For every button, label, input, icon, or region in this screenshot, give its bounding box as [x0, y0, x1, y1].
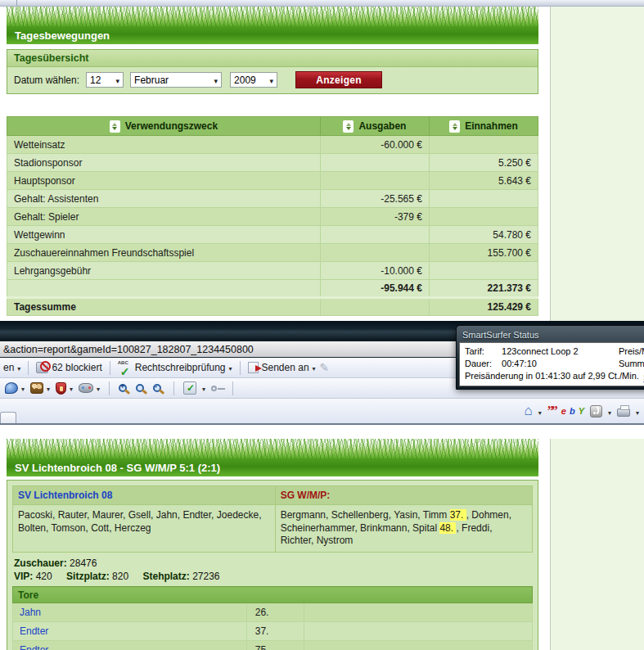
goal-row: Endter 75. — [13, 641, 533, 650]
day-sum-value: 125.429 € — [429, 298, 538, 316]
quotes-icon — [547, 404, 556, 418]
dropdown-arrow-icon — [538, 404, 542, 418]
safety-check-button[interactable] — [183, 381, 196, 395]
match-panel: SV Lichtenbroich 08 SG W/M/P: Pacoski, R… — [7, 480, 538, 650]
safety-dropdown[interactable] — [202, 382, 205, 394]
messenger-icon — [5, 382, 18, 394]
page-sidebar-lower — [550, 439, 644, 650]
print-button[interactable] — [617, 405, 630, 417]
tab-fragment[interactable] — [0, 412, 16, 423]
table-row: Wettgewinn 54.780 € — [7, 226, 538, 244]
sum-column-header: Summe — [619, 358, 644, 370]
dropdown-arrow-icon — [17, 362, 20, 373]
chevron-down-icon — [265, 74, 274, 86]
spellcheck-icon: ABC — [118, 361, 132, 375]
dropdown-arrow-icon — [47, 382, 50, 394]
send-to-button[interactable]: Senden an — [248, 362, 316, 373]
spellcheck-button[interactable]: ABCRechtschreibprüfung — [118, 361, 232, 375]
quill-button[interactable] — [320, 361, 330, 374]
chevron-down-icon — [111, 74, 120, 86]
dropdown-arrow-icon — [97, 382, 100, 394]
popup-body: Tarif: 123connect Loop 2 Preis/M Dauer: … — [459, 342, 644, 386]
match-title: SV Lichtenbroich 08 - SG W/M/P 5:1 (2:1) — [7, 458, 538, 476]
goal-scorer-link[interactable]: Endter — [13, 622, 247, 641]
column-header-expenses[interactable]: Ausgaben — [320, 117, 429, 136]
rss-dropdown[interactable] — [608, 404, 611, 418]
home-team-name: SV Lichtenbroich 08 — [13, 486, 276, 505]
messenger-button[interactable] — [5, 382, 25, 394]
table-row: Gehalt: Assistenten -25.565 € — [7, 190, 538, 208]
goal-minute: 75. — [246, 641, 304, 650]
zoom-in-button[interactable]: + — [119, 384, 130, 392]
ebay-button[interactable]: ebY — [561, 406, 584, 416]
home-button[interactable] — [524, 403, 532, 419]
dropdown-arrow-icon — [636, 404, 639, 418]
popup-blocker-icon — [36, 362, 48, 373]
day-sum-row: Tagessumme 125.429 € — [7, 298, 538, 316]
sub-minute-highlight: 48. — [439, 522, 456, 534]
roster-table: SV Lichtenbroich 08 SG W/M/P: Pacoski, R… — [12, 485, 533, 553]
safety-check-icon — [183, 381, 196, 395]
sort-icon[interactable] — [449, 120, 460, 133]
command-bar: ebY — [0, 399, 644, 425]
toolbar-separator — [110, 361, 110, 375]
seat-label: Sitzplatz: — [66, 571, 110, 582]
print-icon — [617, 409, 630, 417]
table-row: Stadionsponsor 5.250 € — [7, 154, 538, 172]
column-header-purpose[interactable]: Verwendungszweck — [7, 117, 321, 136]
away-roster: Bergmann, Schellenberg, Yasin, Timm 37. … — [275, 505, 532, 553]
zoom-select-button[interactable] — [136, 384, 147, 392]
standing-value: 27236 — [192, 571, 219, 582]
security-button[interactable] — [56, 382, 73, 395]
table-row: Wetteinsatz -60.000 € — [7, 136, 538, 154]
year-select[interactable]: 2009 — [230, 72, 277, 88]
contacts-icon — [30, 382, 43, 394]
dropdown-arrow-icon — [608, 404, 611, 418]
zoom-out-button[interactable]: - — [153, 384, 164, 392]
sort-icon[interactable] — [343, 120, 354, 133]
dropdown-arrow-icon — [313, 362, 316, 373]
popup-title: SmartSurfer Status — [459, 327, 644, 342]
dropdown-arrow-icon — [202, 382, 205, 394]
browser-tab-strip-fragment — [0, 0, 644, 7]
quotes-button[interactable] — [547, 404, 556, 418]
zoom-out-icon: - — [153, 384, 161, 392]
totals-row: -95.944 € 221.373 € — [7, 280, 538, 298]
home-dropdown[interactable] — [538, 404, 542, 418]
key-icon — [211, 386, 217, 391]
tarif-value: 123connect Loop 2 — [502, 346, 579, 356]
duration-value: 00:47:10 — [502, 359, 537, 368]
grass-banner-top — [7, 7, 538, 26]
sort-icon[interactable] — [110, 120, 120, 133]
tarif-label: Tarif: — [465, 345, 499, 358]
rss-button[interactable] — [590, 405, 602, 418]
goal-scorer-link[interactable]: Jahn — [13, 603, 247, 622]
popup-blocker-button[interactable]: 62 blockiert — [36, 362, 101, 373]
column-header-income[interactable]: Einnahmen — [429, 117, 538, 136]
contacts-button[interactable] — [30, 382, 50, 394]
toolbar-separator — [232, 381, 233, 395]
page-sidebar-upper — [550, 7, 644, 321]
print-dropdown[interactable] — [636, 404, 639, 418]
table-row: Zuschauereinnahmen Freundschaftsspiel 15… — [7, 244, 538, 262]
dropdown-arrow-icon — [228, 362, 232, 373]
send-to-icon — [248, 362, 259, 373]
vip-value: 420 — [36, 571, 52, 582]
games-button[interactable] — [79, 382, 100, 394]
total-income: 221.373 € — [429, 280, 538, 298]
goal-scorer-link[interactable]: Endter — [13, 641, 247, 650]
date-overview-panel: Tagesübersicht Datum wählen: 12 Februar … — [7, 49, 538, 94]
day-select[interactable]: 12 — [86, 72, 124, 88]
vip-label: VIP: — [14, 571, 33, 582]
rss-icon — [590, 405, 602, 418]
goal-row: Endter 37. — [13, 622, 533, 641]
duration-label: Dauer: — [465, 358, 499, 370]
key-button[interactable] — [211, 386, 223, 391]
daily-finance-table: Verwendungszweck Ausgaben Einnahmen Wett… — [7, 116, 538, 316]
truncated-menu-item[interactable]: en — [3, 362, 20, 373]
home-roster: Pacoski, Rauter, Maurer, Gsell, Jahn, En… — [13, 505, 276, 553]
attendance-label: Zuschauer: — [14, 557, 67, 569]
month-select[interactable]: Februar — [130, 72, 222, 88]
day-sum-label: Tagessumme — [7, 298, 321, 316]
show-button[interactable]: Anzeigen — [295, 71, 382, 88]
